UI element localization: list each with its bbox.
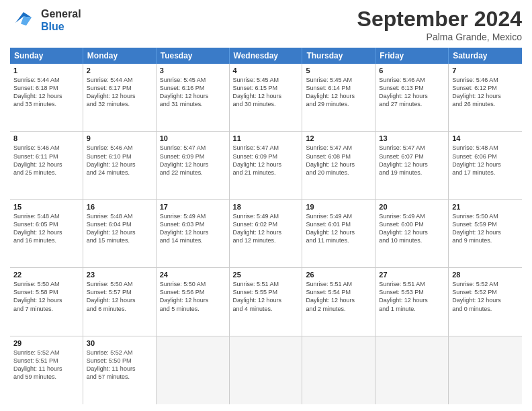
day-details-22: Sunrise: 5:50 AM Sunset: 5:58 PM Dayligh…: [13, 280, 79, 313]
day-number-8: 8: [13, 134, 79, 142]
day-number-11: 11: [233, 134, 299, 142]
day-details-30: Sunrise: 5:52 AM Sunset: 5:50 PM Dayligh…: [87, 349, 152, 381]
day-cell-18: 18Sunrise: 5:49 AM Sunset: 6:02 PM Dayli…: [230, 200, 303, 267]
empty-cell: [302, 336, 375, 404]
day-cell-14: 14Sunrise: 5:48 AM Sunset: 6:06 PM Dayli…: [449, 132, 522, 199]
day-details-8: Sunrise: 5:46 AM Sunset: 6:11 PM Dayligh…: [13, 144, 79, 177]
day-number-10: 10: [160, 134, 226, 142]
day-number-29: 29: [13, 339, 79, 347]
day-cell-7: 7Sunrise: 5:46 AM Sunset: 6:12 PM Daylig…: [449, 64, 522, 131]
header-sunday: Sunday: [10, 48, 83, 64]
day-cell-13: 13Sunrise: 5:47 AM Sunset: 6:07 PM Dayli…: [375, 132, 449, 199]
day-number-13: 13: [379, 134, 445, 142]
day-cell-24: 24Sunrise: 5:50 AM Sunset: 5:56 PM Dayli…: [157, 268, 230, 335]
calendar-body: 1Sunrise: 5:44 AM Sunset: 6:18 PM Daylig…: [10, 64, 522, 404]
day-details-15: Sunrise: 5:48 AM Sunset: 6:05 PM Dayligh…: [13, 212, 79, 245]
day-number-1: 1: [13, 66, 79, 75]
header-thursday: Thursday: [302, 48, 375, 64]
day-details-14: Sunrise: 5:48 AM Sunset: 6:06 PM Dayligh…: [452, 144, 519, 177]
day-details-2: Sunrise: 5:44 AM Sunset: 6:17 PM Dayligh…: [87, 76, 152, 109]
day-number-3: 3: [160, 66, 226, 75]
day-cell-20: 20Sunrise: 5:49 AM Sunset: 6:00 PM Dayli…: [375, 200, 449, 267]
empty-cell: [449, 336, 522, 404]
day-details-23: Sunrise: 5:50 AM Sunset: 5:57 PM Dayligh…: [87, 280, 152, 313]
day-number-7: 7: [452, 66, 519, 75]
day-cell-25: 25Sunrise: 5:51 AM Sunset: 5:55 PM Dayli…: [230, 268, 303, 335]
day-cell-27: 27Sunrise: 5:51 AM Sunset: 5:53 PM Dayli…: [375, 268, 449, 335]
day-details-11: Sunrise: 5:47 AM Sunset: 6:09 PM Dayligh…: [233, 144, 299, 177]
empty-cell: [157, 336, 230, 404]
day-number-9: 9: [87, 134, 152, 142]
logo-text: General Blue: [41, 7, 81, 33]
day-cell-22: 22Sunrise: 5:50 AM Sunset: 5:58 PM Dayli…: [10, 268, 83, 335]
day-cell-21: 21Sunrise: 5:50 AM Sunset: 5:59 PM Dayli…: [449, 200, 522, 267]
header-wednesday: Wednesday: [230, 48, 303, 64]
day-number-16: 16: [87, 203, 152, 211]
day-cell-17: 17Sunrise: 5:49 AM Sunset: 6:03 PM Dayli…: [157, 200, 230, 267]
page: General Blue September 2024 Palma Grande…: [0, 0, 532, 411]
day-details-3: Sunrise: 5:45 AM Sunset: 6:16 PM Dayligh…: [160, 76, 226, 109]
calendar: Sunday Monday Tuesday Wednesday Thursday…: [10, 48, 522, 404]
day-number-20: 20: [379, 203, 445, 211]
day-details-10: Sunrise: 5:47 AM Sunset: 6:09 PM Dayligh…: [160, 144, 226, 177]
day-cell-16: 16Sunrise: 5:48 AM Sunset: 6:04 PM Dayli…: [83, 200, 157, 267]
day-details-4: Sunrise: 5:45 AM Sunset: 6:15 PM Dayligh…: [233, 76, 299, 109]
day-details-18: Sunrise: 5:49 AM Sunset: 6:02 PM Dayligh…: [233, 212, 299, 245]
day-cell-4: 4Sunrise: 5:45 AM Sunset: 6:15 PM Daylig…: [230, 64, 303, 131]
day-cell-8: 8Sunrise: 5:46 AM Sunset: 6:11 PM Daylig…: [10, 132, 83, 199]
day-cell-12: 12Sunrise: 5:47 AM Sunset: 6:08 PM Dayli…: [302, 132, 375, 199]
empty-cell: [230, 336, 303, 404]
header-tuesday: Tuesday: [157, 48, 230, 64]
day-number-19: 19: [306, 203, 371, 211]
day-cell-23: 23Sunrise: 5:50 AM Sunset: 5:57 PM Dayli…: [83, 268, 157, 335]
day-details-29: Sunrise: 5:52 AM Sunset: 5:51 PM Dayligh…: [13, 349, 79, 381]
day-cell-5: 5Sunrise: 5:45 AM Sunset: 6:14 PM Daylig…: [302, 64, 375, 131]
day-cell-10: 10Sunrise: 5:47 AM Sunset: 6:09 PM Dayli…: [157, 132, 230, 199]
day-number-5: 5: [306, 66, 371, 75]
day-number-15: 15: [13, 203, 79, 211]
empty-cell: [375, 336, 449, 404]
day-cell-29: 29Sunrise: 5:52 AM Sunset: 5:51 PM Dayli…: [10, 336, 83, 404]
day-cell-9: 9Sunrise: 5:46 AM Sunset: 6:10 PM Daylig…: [83, 132, 157, 199]
day-details-5: Sunrise: 5:45 AM Sunset: 6:14 PM Dayligh…: [306, 76, 371, 109]
day-details-16: Sunrise: 5:48 AM Sunset: 6:04 PM Dayligh…: [87, 212, 152, 245]
day-number-28: 28: [452, 271, 519, 279]
logo-icon: [10, 7, 37, 34]
day-number-12: 12: [306, 134, 371, 142]
day-details-7: Sunrise: 5:46 AM Sunset: 6:12 PM Dayligh…: [452, 76, 519, 109]
title-section: September 2024 Palma Grande, Mexico: [357, 7, 522, 42]
day-details-17: Sunrise: 5:49 AM Sunset: 6:03 PM Dayligh…: [160, 212, 226, 245]
day-cell-1: 1Sunrise: 5:44 AM Sunset: 6:18 PM Daylig…: [10, 64, 83, 131]
day-details-26: Sunrise: 5:51 AM Sunset: 5:54 PM Dayligh…: [306, 280, 371, 313]
day-number-27: 27: [379, 271, 445, 279]
calendar-header: Sunday Monday Tuesday Wednesday Thursday…: [10, 48, 522, 64]
day-cell-11: 11Sunrise: 5:47 AM Sunset: 6:09 PM Dayli…: [230, 132, 303, 199]
day-number-21: 21: [452, 203, 519, 211]
header-friday: Friday: [375, 48, 449, 64]
day-cell-2: 2Sunrise: 5:44 AM Sunset: 6:17 PM Daylig…: [83, 64, 157, 131]
day-cell-30: 30Sunrise: 5:52 AM Sunset: 5:50 PM Dayli…: [83, 336, 157, 404]
header-saturday: Saturday: [449, 48, 522, 64]
logo-line1: General: [41, 7, 81, 20]
location: Palma Grande, Mexico: [357, 32, 522, 42]
day-number-14: 14: [452, 134, 519, 142]
day-details-21: Sunrise: 5:50 AM Sunset: 5:59 PM Dayligh…: [452, 212, 519, 245]
day-details-19: Sunrise: 5:49 AM Sunset: 6:01 PM Dayligh…: [306, 212, 371, 245]
day-details-20: Sunrise: 5:49 AM Sunset: 6:00 PM Dayligh…: [379, 212, 445, 245]
day-number-17: 17: [160, 203, 226, 211]
day-cell-19: 19Sunrise: 5:49 AM Sunset: 6:01 PM Dayli…: [302, 200, 375, 267]
day-number-30: 30: [87, 339, 152, 347]
week-row-2: 8Sunrise: 5:46 AM Sunset: 6:11 PM Daylig…: [10, 132, 522, 199]
day-details-28: Sunrise: 5:52 AM Sunset: 5:52 PM Dayligh…: [452, 280, 519, 313]
day-details-6: Sunrise: 5:46 AM Sunset: 6:13 PM Dayligh…: [379, 76, 445, 109]
logo-line2: Blue: [41, 20, 81, 33]
month-title: September 2024: [357, 7, 522, 32]
week-row-3: 15Sunrise: 5:48 AM Sunset: 6:05 PM Dayli…: [10, 200, 522, 268]
day-number-2: 2: [87, 66, 152, 75]
day-cell-28: 28Sunrise: 5:52 AM Sunset: 5:52 PM Dayli…: [449, 268, 522, 335]
week-row-4: 22Sunrise: 5:50 AM Sunset: 5:58 PM Dayli…: [10, 268, 522, 336]
week-row-5: 29Sunrise: 5:52 AM Sunset: 5:51 PM Dayli…: [10, 336, 522, 404]
day-cell-26: 26Sunrise: 5:51 AM Sunset: 5:54 PM Dayli…: [302, 268, 375, 335]
day-number-6: 6: [379, 66, 445, 75]
day-number-25: 25: [233, 271, 299, 279]
